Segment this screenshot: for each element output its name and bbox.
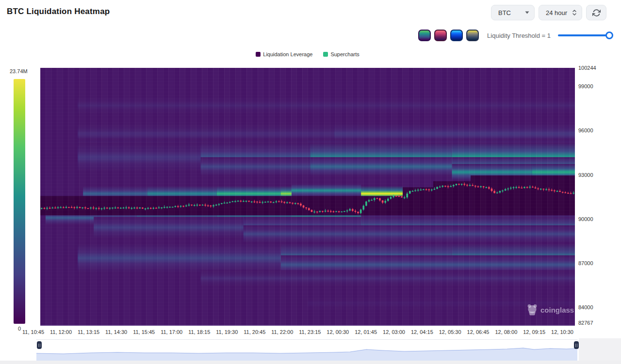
y-axis-tick: 84000 [578,304,593,310]
palette-button-cividis[interactable] [466,30,479,41]
colorbar-max-label: 23.74M [10,68,28,74]
legend-swatch [323,52,328,57]
x-axis-tick: 11, 23:15 [299,329,321,335]
y-axis-tick: 99000 [578,83,593,89]
liquidity-threshold-label: Liquidity Threshold = 1 [487,32,551,39]
x-axis: 11, 10:4511, 12:0011, 13:1511, 14:3011, … [22,329,573,335]
symbol-select[interactable]: BTC [491,5,535,20]
handle-grip [575,344,577,347]
chevron-down-icon [525,11,529,14]
x-axis-tick: 11, 17:00 [161,329,182,335]
x-axis-tick: 12, 00:30 [327,329,349,335]
top-controls: BTC 24 hour [491,5,606,20]
bottom-strip [0,361,621,364]
page-title: BTC Liquidation Heatmap [7,7,110,16]
y-axis-tick: 93000 [578,172,593,178]
corner-filler [579,338,621,361]
timeframe-select[interactable]: 24 hour [539,5,582,20]
navigator-right-handle[interactable] [574,341,579,349]
y-axis-tick: 90000 [578,216,593,222]
navigator-top-line [36,339,577,340]
legend-label: Supercharts [330,51,359,57]
y-axis-tick: 82767 [578,320,593,326]
x-axis-tick: 11, 22:00 [271,329,293,335]
legend-item-liquidation-leverage[interactable]: Liquidation Leverage [256,51,312,57]
slider-thumb[interactable] [605,32,613,39]
x-axis-tick: 12, 08:00 [495,329,517,335]
palette-threshold-row: Liquidity Threshold = 1 [418,30,612,41]
x-axis-tick: 11, 14:30 [105,329,127,335]
x-axis-tick: 11, 19:30 [216,329,238,335]
x-axis-tick: 11, 18:15 [188,329,210,335]
x-axis-tick: 12, 01:45 [355,329,377,335]
refresh-button[interactable] [586,5,606,20]
x-axis-tick: 11, 10:45 [22,329,44,335]
x-axis-tick: 12, 04:15 [411,329,433,335]
stepper-icon [572,9,577,16]
x-axis-tick: 12, 09:15 [523,329,545,335]
liquidity-threshold-slider[interactable] [558,32,612,39]
symbol-select-value: BTC [498,9,511,16]
palette-button-blue[interactable] [450,30,463,41]
legend-item-supercharts[interactable]: Supercharts [323,51,359,57]
legend-swatch [256,52,261,57]
palette-button-magma[interactable] [434,30,447,41]
x-axis-tick: 11, 13:15 [78,329,99,335]
slider-track[interactable] [558,34,612,36]
x-axis-tick: 11, 20:45 [244,329,265,335]
chart-legend: Liquidation LeverageSupercharts [40,51,575,57]
handle-grip [38,344,40,347]
y-axis-tick: 100244 [578,65,596,71]
x-axis-tick: 12, 10:30 [551,329,573,335]
palette-buttons [418,30,479,41]
refresh-icon [592,9,601,17]
colorbar-gradient [14,79,25,324]
liquidation-heatmap-app: BTC Liquidation Heatmap BTC 24 hour Liqu… [0,0,621,364]
x-axis-tick: 11, 12:00 [50,329,72,335]
range-navigator[interactable] [36,340,577,361]
timeframe-select-value: 24 hour [546,9,567,16]
x-axis-tick: 12, 03:00 [383,329,405,335]
liquidation-heatmap-canvas[interactable] [40,68,575,326]
palette-button-viridis[interactable] [418,30,431,41]
navigator-left-handle[interactable] [37,341,42,349]
y-axis-tick: 96000 [578,127,593,133]
y-axis-tick: 87000 [578,260,593,266]
x-axis-tick: 12, 06:45 [467,329,490,335]
x-axis-tick: 12, 05:30 [439,329,461,335]
x-axis-tick: 11, 15:45 [133,329,155,335]
legend-label: Liquidation Leverage [263,51,312,57]
